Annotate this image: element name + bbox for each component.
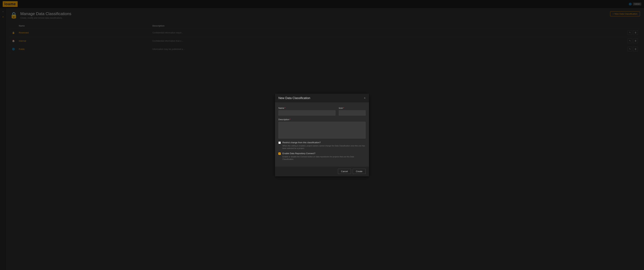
restrict-checkbox[interactable] <box>278 142 281 144</box>
modal-header: New Data Classification × <box>275 94 369 103</box>
modal-body: Name* Icon* Description* <box>275 103 369 166</box>
enable-connect-group: Enable Data Repository Connect? Enable o… <box>278 152 366 161</box>
desc-required: * <box>290 118 290 121</box>
modal-title: New Data Classification <box>278 96 310 100</box>
name-required: * <box>284 107 286 109</box>
enable-connect-row: Enable Data Repository Connect? <box>278 152 366 155</box>
icon-group: Icon* <box>339 107 366 116</box>
name-group: Name* <box>278 107 336 116</box>
icon-required: * <box>343 107 344 109</box>
restrict-group: Restrict change from this classification… <box>278 141 366 150</box>
name-label: Name* <box>278 107 336 109</box>
modal-overlay: New Data Classification × Name* Icon* <box>0 0 644 270</box>
name-input[interactable] <box>278 110 336 116</box>
enable-connect-label[interactable]: Enable Data Repository Connect? <box>282 152 316 155</box>
enable-connect-checkbox[interactable] <box>278 152 281 155</box>
description-label: Description* <box>278 118 366 121</box>
name-icon-row: Name* Icon* <box>278 107 366 116</box>
restrict-row: Restrict change from this classification… <box>278 141 366 144</box>
restrict-hint: When this setting is enabled, project ow… <box>282 145 366 150</box>
description-group: Description* <box>278 118 366 139</box>
description-input[interactable] <box>278 122 366 139</box>
modal-footer: Cancel Create <box>275 166 369 176</box>
restrict-label[interactable]: Restrict change from this classification… <box>282 141 321 144</box>
icon-label: Icon* <box>339 107 366 109</box>
enable-connect-hint: Enable or disable the Connect button on … <box>282 155 366 161</box>
modal-close-button[interactable]: × <box>364 97 366 100</box>
create-button[interactable]: Create <box>353 169 366 174</box>
modal: New Data Classification × Name* Icon* <box>275 94 369 176</box>
icon-input[interactable] <box>339 110 366 116</box>
cancel-button[interactable]: Cancel <box>338 169 351 174</box>
